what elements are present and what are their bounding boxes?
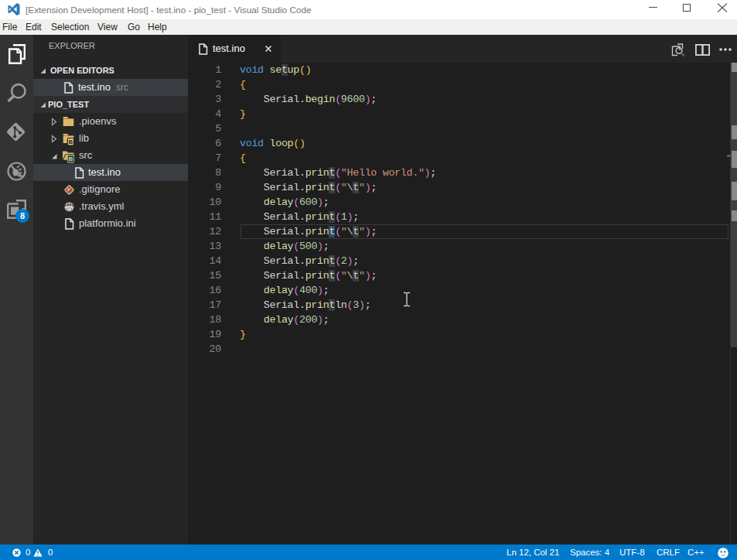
svg-text:B: B [69, 155, 73, 162]
svg-text:B: B [69, 138, 73, 145]
